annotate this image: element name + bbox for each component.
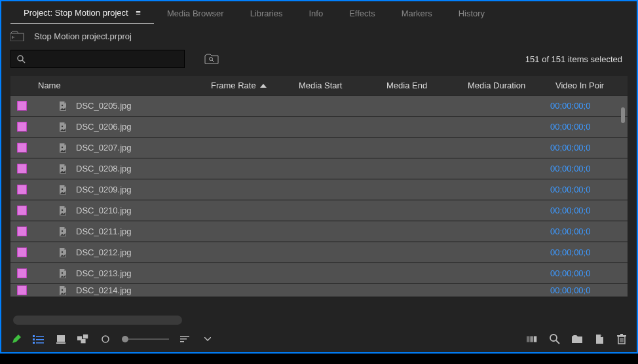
zoom-slider[interactable]	[122, 338, 169, 340]
selection-swatch[interactable]	[17, 247, 27, 257]
image-file-icon	[58, 122, 68, 132]
svg-point-9	[62, 188, 63, 189]
selection-status: 151 of 151 items selected	[525, 54, 628, 64]
panel-menu-icon[interactable]: ≡	[136, 8, 141, 18]
svg-rect-27	[180, 336, 189, 337]
search-row: 151 of 151 items selected	[1, 46, 637, 72]
svg-point-6	[62, 125, 63, 126]
svg-point-13	[62, 272, 63, 273]
svg-rect-21	[57, 335, 65, 342]
tab-label: Effects	[349, 9, 375, 18]
write-enable-icon[interactable]	[10, 333, 22, 345]
clip-name: DSC_0212.jpg	[76, 247, 132, 257]
table-row[interactable]: DSC_0206.jpg 00;00;00;0	[10, 117, 628, 137]
clip-name: DSC_0208.jpg	[76, 164, 132, 173]
svg-rect-30	[527, 337, 530, 342]
table-row[interactable]: DSC_0207.jpg 00;00;00;0	[10, 137, 628, 158]
sort-icon[interactable]	[179, 333, 191, 345]
svg-point-5	[62, 104, 63, 105]
zoom-slider-knob-icon	[100, 333, 111, 345]
vertical-scrollbar[interactable]	[621, 107, 625, 123]
svg-point-1	[18, 56, 23, 61]
column-media-duration[interactable]: Media Duration	[462, 81, 550, 90]
column-video-in-point[interactable]: Video In Poin	[550, 81, 604, 90]
selection-swatch[interactable]	[17, 143, 27, 153]
selection-swatch[interactable]	[17, 285, 27, 295]
table-row[interactable]: DSC_0209.jpg 00;00;00;0	[10, 179, 628, 200]
sort-ascending-icon	[260, 84, 267, 88]
table-row[interactable]: DSC_0208.jpg 00;00;00;0	[10, 158, 628, 179]
new-item-icon[interactable]	[593, 333, 605, 345]
clip-name: DSC_0209.jpg	[76, 185, 132, 194]
column-media-end[interactable]: Media End	[381, 81, 462, 90]
clip-name: DSC_0207.jpg	[76, 143, 132, 153]
svg-point-26	[102, 336, 109, 342]
tab-history[interactable]: History	[445, 3, 498, 24]
image-file-icon	[58, 143, 68, 153]
tab-label: Libraries	[250, 9, 283, 18]
tab-label: Project: Stop Motion project	[24, 8, 128, 18]
table-row[interactable]: DSC_0205.jpg 00;00;00;0	[10, 96, 628, 117]
selection-swatch[interactable]	[17, 185, 27, 194]
selection-swatch[interactable]	[17, 206, 27, 215]
list-view-icon[interactable]	[33, 333, 45, 345]
video-in-point: 00;00;00;0	[550, 285, 604, 295]
search-bin-icon[interactable]	[204, 54, 219, 64]
table-row[interactable]: DSC_0213.jpg 00;00;00;0	[10, 263, 628, 284]
tab-label: Markers	[402, 9, 432, 18]
tab-markers[interactable]: Markers	[388, 3, 445, 24]
automate-to-sequence-icon[interactable]	[527, 333, 538, 345]
svg-rect-28	[180, 338, 187, 340]
table-row[interactable]: DSC_0211.jpg 00;00;00;0	[10, 221, 628, 242]
svg-rect-37	[620, 334, 623, 335]
clip-table: Name Frame Rate Media Start Media End Me…	[1, 72, 637, 326]
tab-media-browser[interactable]: Media Browser	[154, 3, 237, 24]
table-row[interactable]: DSC_0214.jpg 00;00;00;0	[10, 284, 628, 297]
table-body[interactable]: DSC_0205.jpg 00;00;00;0 DSC_0206.jpg 00;…	[10, 96, 628, 314]
bin-nav-icon[interactable]	[10, 30, 25, 42]
panel-tabs: Project: Stop Motion project ≡ Media Bro…	[1, 1, 637, 25]
table-row[interactable]: DSC_0212.jpg 00;00;00;0	[10, 242, 628, 263]
image-file-icon	[58, 185, 68, 195]
svg-rect-19	[33, 342, 35, 344]
tab-effects[interactable]: Effects	[336, 3, 388, 24]
trash-icon[interactable]	[616, 333, 628, 345]
clip-name: DSC_0211.jpg	[76, 227, 132, 236]
svg-line-4	[212, 60, 214, 62]
project-filename: Stop Motion project.prproj	[34, 31, 132, 41]
selection-swatch[interactable]	[17, 101, 27, 111]
project-panel: Project: Stop Motion project ≡ Media Bro…	[0, 0, 638, 354]
image-file-icon	[58, 227, 68, 237]
column-name[interactable]: Name	[33, 81, 206, 90]
search-input[interactable]	[10, 50, 185, 68]
horizontal-scrollbar[interactable]	[13, 316, 182, 325]
video-in-point: 00;00;00;0	[550, 247, 604, 257]
slider-handle[interactable]	[122, 336, 128, 342]
tab-libraries[interactable]: Libraries	[237, 3, 296, 24]
selection-swatch[interactable]	[17, 122, 27, 132]
tab-info[interactable]: Info	[295, 3, 336, 24]
freeform-view-icon[interactable]	[77, 333, 89, 345]
table-row[interactable]: DSC_0210.jpg 00;00;00;0	[10, 200, 628, 221]
svg-point-11	[62, 230, 63, 231]
video-in-point: 00;00;00;0	[550, 101, 604, 111]
svg-rect-22	[56, 342, 66, 344]
svg-line-2	[22, 60, 25, 63]
svg-rect-15	[33, 335, 35, 337]
tab-project[interactable]: Project: Stop Motion project ≡	[10, 3, 154, 24]
svg-point-33	[550, 335, 557, 341]
tab-label: History	[459, 9, 485, 18]
svg-rect-36	[617, 335, 626, 337]
find-icon[interactable]	[549, 333, 561, 345]
clip-name: DSC_0205.jpg	[76, 101, 132, 111]
selection-swatch[interactable]	[17, 164, 27, 173]
column-media-start[interactable]: Media Start	[293, 81, 381, 90]
svg-point-3	[210, 58, 213, 61]
table-header: Name Frame Rate Media Start Media End Me…	[10, 76, 628, 96]
icon-view-icon[interactable]	[55, 333, 67, 345]
selection-swatch[interactable]	[17, 268, 27, 278]
chevron-down-icon[interactable]	[202, 333, 214, 345]
selection-swatch[interactable]	[17, 227, 27, 236]
new-bin-icon[interactable]	[571, 333, 583, 345]
column-frame-rate[interactable]: Frame Rate	[206, 81, 293, 90]
